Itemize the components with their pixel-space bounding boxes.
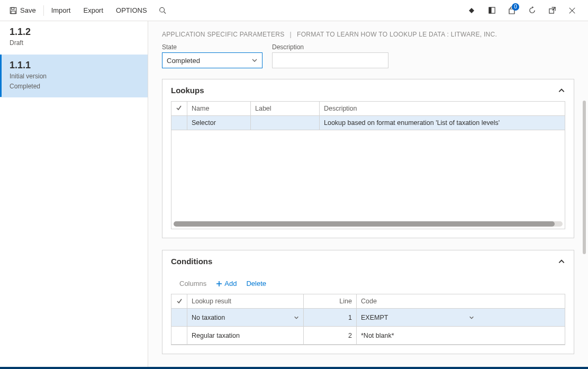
office-icon — [488, 6, 496, 14]
field-row: State Completed Description — [162, 43, 574, 68]
state-field: State Completed — [162, 43, 263, 68]
conditions-section: Conditions Columns Add Delete — [162, 250, 574, 354]
chevron-up-icon — [558, 258, 565, 265]
detail-pane: APPLICATION SPECIFIC PARAMETERS | FORMAT… — [148, 21, 588, 369]
version-number: 1.1.2 — [10, 26, 138, 38]
close-button[interactable] — [564, 2, 581, 19]
lookups-table: Name Label Description Selector Lookup b… — [171, 101, 565, 229]
lookup-result-dropdown[interactable]: No taxation — [187, 309, 304, 326]
version-subtitle: Initial version — [10, 72, 138, 81]
chevron-up-icon — [558, 87, 565, 94]
notifications-button[interactable]: 0 — [503, 2, 520, 19]
office-icon-button[interactable] — [483, 2, 500, 19]
plus-icon — [216, 281, 222, 287]
svg-rect-1 — [12, 7, 14, 10]
row-check-cell[interactable] — [171, 327, 187, 344]
toolbar-left: Save Import Export OPTIONS — [3, 0, 171, 21]
code-value: *Not blank* — [361, 332, 394, 339]
col-name[interactable]: Name — [187, 102, 251, 115]
col-description[interactable]: Description — [320, 102, 565, 115]
save-icon — [10, 7, 17, 14]
scrollbar-thumb[interactable] — [174, 221, 555, 227]
search-icon — [159, 7, 166, 14]
import-label: Import — [51, 6, 71, 14]
toolbar-separator — [43, 5, 44, 16]
svg-rect-6 — [489, 7, 491, 13]
row-check-cell[interactable] — [171, 116, 187, 130]
line-value: 2 — [304, 327, 357, 344]
row-description: Lookup based on format enumeration 'List… — [320, 116, 565, 130]
toolbar-right: 0 — [463, 2, 585, 19]
refresh-button[interactable] — [523, 2, 540, 19]
col-line[interactable]: Line — [304, 294, 357, 308]
options-button[interactable]: OPTIONS — [110, 0, 153, 21]
state-label: State — [162, 43, 263, 51]
version-number: 1.1.1 — [10, 60, 138, 71]
lookups-section: Lookups Name Label Description — [162, 79, 574, 238]
breadcrumb: APPLICATION SPECIFIC PARAMETERS | FORMAT… — [162, 31, 574, 38]
link-icon-button[interactable] — [463, 2, 480, 19]
search-button[interactable] — [153, 0, 171, 21]
export-label: Export — [83, 6, 103, 14]
columns-label[interactable]: Columns — [179, 280, 206, 287]
row-check-cell[interactable] — [171, 309, 187, 326]
horizontal-scrollbar[interactable] — [174, 221, 563, 227]
save-label: Save — [20, 6, 36, 14]
delete-button[interactable]: Delete — [246, 280, 266, 287]
svg-point-3 — [159, 7, 164, 12]
conditions-body: Columns Add Delete — [162, 272, 574, 354]
delete-label: Delete — [246, 280, 266, 287]
svg-line-4 — [164, 12, 166, 14]
table-row[interactable]: Selector Lookup based on format enumerat… — [171, 116, 565, 130]
code-value: EXEMPT — [361, 314, 388, 321]
version-status: Completed — [10, 82, 138, 91]
state-dropdown[interactable]: Completed — [162, 52, 263, 68]
description-input[interactable] — [272, 52, 388, 68]
code-dropdown[interactable]: *Not blank* — [357, 327, 478, 344]
add-button[interactable]: Add — [216, 280, 237, 287]
breadcrumb-separator: | — [290, 31, 292, 38]
main: 1.1.2 Draft 1.1.1 Initial version Comple… — [0, 21, 588, 369]
popout-button[interactable] — [544, 2, 560, 19]
svg-rect-2 — [11, 11, 15, 13]
save-button[interactable]: Save — [3, 0, 42, 21]
breadcrumb-b: FORMAT TO LEARN HOW TO LOOKUP LE DATA : … — [297, 31, 497, 38]
lookups-table-header: Name Label Description — [171, 102, 565, 116]
version-status: Draft — [10, 39, 138, 48]
window-bottom-edge — [0, 367, 588, 369]
lookup-result-value: Regular taxation — [192, 332, 240, 339]
chevron-down-icon — [294, 315, 299, 320]
export-button[interactable]: Export — [77, 0, 110, 21]
version-item-1-1-1[interactable]: 1.1.1 Initial version Completed — [0, 55, 148, 98]
conditions-toolbar: Columns Add Delete — [171, 272, 565, 294]
col-lookup-result[interactable]: Lookup result — [187, 294, 304, 308]
checkmark-column-header[interactable] — [171, 102, 187, 115]
line-value: 1 — [304, 309, 357, 326]
row-name: Selector — [187, 116, 251, 130]
col-label[interactable]: Label — [251, 102, 320, 115]
lookups-title: Lookups — [171, 86, 204, 95]
conditions-table-header: Lookup result Line Code — [171, 294, 565, 309]
refresh-icon — [528, 6, 536, 14]
import-button[interactable]: Import — [45, 0, 77, 21]
options-label: OPTIONS — [116, 6, 147, 14]
lookups-table-body: Selector Lookup based on format enumerat… — [171, 116, 565, 229]
conditions-header[interactable]: Conditions — [162, 250, 574, 272]
close-icon — [568, 7, 576, 14]
vertical-scrollbar[interactable] — [583, 101, 586, 254]
state-value: Completed — [167, 57, 200, 65]
description-field: Description — [272, 43, 388, 68]
code-dropdown[interactable]: EXEMPT — [357, 309, 478, 326]
checkmark-column-header[interactable] — [171, 294, 187, 308]
lookup-result-dropdown[interactable]: Regular taxation — [187, 327, 304, 344]
version-list: 1.1.2 Draft 1.1.1 Initial version Comple… — [0, 21, 148, 369]
conditions-table: Lookup result Line Code No taxation 1 — [171, 294, 565, 345]
table-row[interactable]: Regular taxation 2 *Not blank* — [171, 327, 565, 345]
version-item-1-1-2[interactable]: 1.1.2 Draft — [0, 21, 148, 55]
breadcrumb-a: APPLICATION SPECIFIC PARAMETERS — [162, 31, 285, 38]
table-row[interactable]: No taxation 1 EXEMPT — [171, 309, 565, 327]
lookups-header[interactable]: Lookups — [162, 79, 574, 101]
col-code[interactable]: Code — [357, 294, 478, 308]
conditions-title: Conditions — [171, 257, 212, 266]
lookup-result-value: No taxation — [192, 314, 225, 321]
